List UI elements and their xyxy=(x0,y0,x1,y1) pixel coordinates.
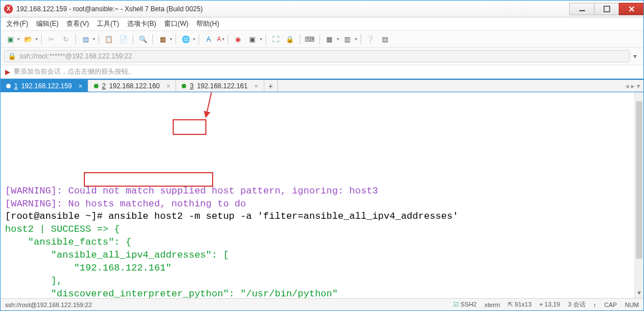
paste-icon[interactable]: 📄 xyxy=(117,33,129,46)
globe-icon[interactable]: 🌐 xyxy=(179,33,192,46)
copy-icon[interactable]: 📋 xyxy=(102,33,115,46)
terminal-line: "discovered_interpreter_python": "/usr/b… xyxy=(5,288,639,298)
stop-icon[interactable]: ▣ xyxy=(246,33,259,46)
status-sessions: 3 会话 xyxy=(568,300,586,309)
status-dot-icon xyxy=(6,84,11,88)
status-dot-icon xyxy=(182,84,186,88)
terminal-line: [root@ansible ~]# ansible host2 -m setup… xyxy=(5,210,639,223)
status-num: NUM xyxy=(625,301,639,308)
tab-close-icon[interactable]: × xyxy=(79,83,82,89)
svg-rect-0 xyxy=(579,10,585,11)
properties-icon[interactable]: ▤ xyxy=(79,33,92,46)
tab-number: 2 xyxy=(102,82,106,90)
status-dot-icon xyxy=(94,84,98,88)
flag-icon: ▶ xyxy=(5,68,10,76)
status-protocol: SSH2 xyxy=(461,301,477,308)
font-icon[interactable]: A xyxy=(202,33,215,46)
window-title: 192.168.122.159 - root@ansible:~ - Xshel… xyxy=(16,5,202,13)
addressbar[interactable]: 🔒 ssh://root:******@192.168.122.159:22 xyxy=(4,50,630,62)
color-icon[interactable]: ▦ xyxy=(156,33,169,46)
terminal-line: [WARNING]: No hosts matched, nothing to … xyxy=(5,198,639,211)
lock-small-icon: 🔒 xyxy=(8,52,16,60)
menu-window[interactable]: 窗口(W) xyxy=(164,19,188,29)
statusbar: ssh://root@192.168.122.159:22 ☑ SSH2 xte… xyxy=(1,298,643,310)
tab-nav: ◂ ▸ ▾ xyxy=(622,80,643,92)
status-linkup-icon: ↕ xyxy=(593,301,597,308)
menubar: 文件(F) 编辑(E) 查看(V) 工具(T) 选项卡(B) 窗口(W) 帮助(… xyxy=(1,17,643,31)
addressbar-wrap: 🔒 ssh://root:******@192.168.122.159:22 ▾ xyxy=(1,48,643,65)
status-size: 91x13 xyxy=(515,301,532,308)
search-icon[interactable]: 🔍 xyxy=(137,33,149,46)
tabstrip: 1 192.168.122.159 × 2 192.168.122.160 × … xyxy=(1,79,643,92)
status-termtype: xterm xyxy=(484,301,500,308)
scroll-down-icon[interactable]: ▼ xyxy=(635,289,643,298)
maximize-button[interactable] xyxy=(594,3,619,15)
tab-number: 3 xyxy=(190,82,193,90)
status-cursor-pos: 13,19 xyxy=(544,301,560,308)
terminal-scrollbar[interactable]: ▲ ▼ xyxy=(634,92,643,298)
menu-edit[interactable]: 编辑(E) xyxy=(36,19,58,29)
status-left: ssh://root@192.168.122.159:22 xyxy=(5,301,92,308)
tab-label: 192.168.122.161 xyxy=(197,82,247,90)
tab-label: 192.168.122.159 xyxy=(21,82,72,90)
menu-view[interactable]: 查看(V) xyxy=(66,19,89,29)
connect-icon[interactable]: ✂ xyxy=(45,33,57,46)
keyboard-icon[interactable]: ⌨ xyxy=(304,33,316,46)
annotation-arrow xyxy=(203,92,226,119)
session-tab-3[interactable]: 3 192.168.122.161 × xyxy=(176,80,264,92)
status-caps: CAP xyxy=(604,301,617,308)
menu-file[interactable]: 文件(F) xyxy=(6,19,28,29)
status-proto-icon: ☑ xyxy=(453,301,459,308)
svg-rect-1 xyxy=(604,6,610,12)
tab-nav-left-icon[interactable]: ◂ xyxy=(625,82,629,90)
terminal-line: "192.168.122.161" xyxy=(5,262,639,275)
record-icon[interactable]: ◉ xyxy=(232,33,244,46)
minimize-button[interactable] xyxy=(569,3,595,15)
tab-close-icon[interactable]: × xyxy=(166,83,170,89)
app-icon: X xyxy=(4,4,13,13)
hint-text: 要添加当前会话，点击左侧的箭头按钮。 xyxy=(13,67,135,76)
addressbar-dropdown[interactable]: ▾ xyxy=(630,50,640,62)
addressbar-text: ssh://root:******@192.168.122.159:22 xyxy=(20,52,132,60)
layout1-icon[interactable]: ▦ xyxy=(323,33,336,46)
toolbar: ▣▾ 📂▾ ✂ ↻ ▤▾ 📋 📄 🔍 ▦▾ 🌐▾ AA▾ ◉ ▣▾ ⛶ 🔒 ⌨ … xyxy=(1,31,643,48)
menu-tools[interactable]: 工具(T) xyxy=(97,19,119,29)
terminal-line: "ansible_facts": { xyxy=(5,236,639,249)
tab-close-icon[interactable]: × xyxy=(254,83,258,89)
titlebar: X 192.168.122.159 - root@ansible:~ - Xsh… xyxy=(1,1,643,17)
settings-icon[interactable]: ▤ xyxy=(379,33,391,46)
close-button[interactable] xyxy=(619,3,644,15)
menu-tab[interactable]: 选项卡(B) xyxy=(127,19,156,29)
fullscreen-icon[interactable]: ⛶ xyxy=(269,33,282,46)
menu-help[interactable]: 帮助(H) xyxy=(196,19,219,29)
tab-label: 192.168.122.160 xyxy=(109,82,160,90)
svg-line-2 xyxy=(206,92,214,117)
terminal-line: host2 | SUCCESS => { xyxy=(5,223,639,236)
window-controls xyxy=(569,3,643,15)
tab-number: 1 xyxy=(14,82,18,90)
terminal-line: "ansible_all_ipv4_addresses": [ xyxy=(5,249,639,262)
add-tab-button[interactable]: + xyxy=(264,80,278,92)
hintbar: ▶ 要添加当前会话，点击左侧的箭头按钮。 xyxy=(1,65,643,79)
reconnect-icon[interactable]: ↻ xyxy=(60,33,72,46)
tab-nav-menu-icon[interactable]: ▾ xyxy=(637,82,640,90)
new-session-icon[interactable]: ▣ xyxy=(4,33,16,46)
open-icon[interactable]: 📂 xyxy=(22,33,34,46)
terminal-line: [WARNING]: Could not match supplied host… xyxy=(5,185,639,198)
lock-icon[interactable]: 🔒 xyxy=(284,33,296,46)
session-tab-1[interactable]: 1 192.168.122.159 × xyxy=(1,80,88,92)
session-tab-2[interactable]: 2 192.168.122.160 × xyxy=(88,80,176,92)
help-icon[interactable]: ❔ xyxy=(364,33,377,46)
scroll-thumb[interactable] xyxy=(636,101,642,259)
terminal-output[interactable]: ▲ ▼ [WARNING]: Could not match supplied … xyxy=(1,92,643,298)
layout2-icon[interactable]: ▥ xyxy=(341,33,354,46)
annotation-box-host2 xyxy=(173,119,206,135)
tab-nav-right-icon[interactable]: ▸ xyxy=(631,82,634,90)
terminal-line: ], xyxy=(5,275,639,288)
